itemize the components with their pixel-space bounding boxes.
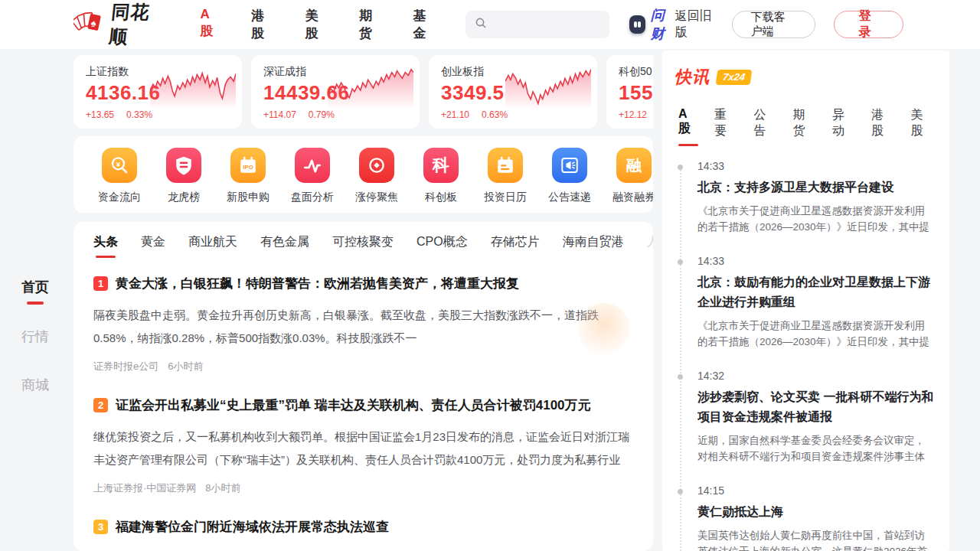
news-tab-cpo[interactable]: CPO概念 [416,234,468,258]
flash-tabs: A股 重要 公告 期货 异动 港股 美股 [678,107,934,146]
news-tab-headlines[interactable]: 头条 [93,234,118,258]
flash-tab-us[interactable]: 美股 [911,107,934,146]
flash-tab-important[interactable]: 重要 [714,107,737,146]
news-tab-clipped[interactable]: 人 [647,234,653,258]
news-item: 1 黄金大涨，白银狂飙！特朗普警告：欧洲若抛售美资产，将遭重大报复 隔夜美股盘中… [93,275,633,373]
news-title-link[interactable]: 黄金大涨，白银狂飙！特朗普警告：欧洲若抛售美资产，将遭重大报复 [116,275,519,292]
quick-link-star-market[interactable]: 科 科创板 [409,136,473,204]
flash-item-desc: 近期，国家自然科学基金委员会经委务会议审定，对相关科研不端行为和项目资金违规案件… [697,432,934,465]
index-change: +21.10 [441,109,469,120]
news-desc: 继优策投资之后，又一私募机构收到大额罚单。根据中国证监会1月23日发布的消息，证… [93,425,633,471]
sidebar-item-quotes[interactable]: 行情 [0,328,70,346]
flash-tab-futures[interactable]: 期货 [793,107,816,146]
news-item: 2 证监会开出私募业“史上最重”罚单 瑞丰达及关联机构、责任人员合计被罚4100… [93,396,633,495]
news-desc: 隔夜美股盘中走弱。黄金拉升再创历史新高，白银暴涨。截至收盘，美股三大指数涨跌不一… [93,304,633,350]
rank-badge: 3 [93,520,108,534]
quick-link-invest-calendar[interactable]: 投资日历 [473,136,537,204]
svg-text:¥: ¥ [116,160,121,168]
login-button[interactable]: 登录 [834,11,903,38]
index-cards-row: 上证指数 4136.16 +13.65 0.33% 深证成指 14439.66 … [74,55,653,129]
back-to-old-version-link[interactable]: 返回旧版 [675,8,713,41]
news-tab-storage-chip[interactable]: 存储芯片 [491,234,540,258]
wencai-label: 问财 [651,6,675,43]
app-logo[interactable]: ♠ 同花顺 [74,0,158,49]
primary-nav: A股 港股 美股 期货 基金 [201,7,433,42]
sidebar-item-home[interactable]: 首页 [0,278,70,305]
index-name: 科创50 [619,65,653,79]
flash-item-desc: 美国英伟达创始人黄仁勋再度前往中国，首站到访英伟达位于上海的新办公室。这是黄仁勋… [697,527,934,551]
flash-tab-announcement[interactable]: 公告 [753,107,776,146]
download-client-button[interactable]: 下载客户端 [732,11,815,38]
flash-item-title-link[interactable]: 黄仁勋抵达上海 [697,502,934,522]
news-time: 6小时前 [168,360,203,373]
sparkline-chart [505,64,591,110]
news-desc: 中国海警局东海分局新闻发言人朱安庆表示，1月24日，福建海警位金门附近海域依法开… [93,547,633,551]
index-card-shenzhen[interactable]: 深证成指 14439.66 +114.07 0.79% [251,55,420,129]
flash-title: 快讯 [675,66,710,89]
flash-item-desc: 《北京市关于促进商业卫星遥感数据资源开发利用的若干措施（2026—2030年）》… [697,203,934,235]
news-list: 1 黄金大涨，白银狂飙！特朗普警告：欧洲若抛售美资产，将遭重大报复 隔夜美股盘中… [93,275,633,551]
flash-7x24-badge: 7x24 [716,70,753,85]
top-header: ♠ 同花顺 A股 港股 美股 期货 基金 问财 返回旧版 下载客户端 登录 [0,0,980,49]
index-change: +12.12 [619,109,647,120]
flash-item-title-link[interactable]: 涉抄袭剽窃、论文买卖 一批科研不端行为和项目资金违规案件被通报 [697,387,934,427]
ke-character-icon: 科 [423,148,459,183]
nav-a-share[interactable]: A股 [201,7,218,42]
index-card-shanghai[interactable]: 上证指数 4136.16 +13.65 0.33% [74,55,242,129]
search-box[interactable] [466,11,609,38]
megaphone-icon [552,148,587,183]
index-pct: 0.63% [482,109,508,120]
quick-link-margin-trading[interactable]: 融 融资融券 [602,136,653,204]
news-tab-hainan[interactable]: 海南自贸港 [563,234,624,258]
flash-item-title-link[interactable]: 北京：鼓励有能力的企业对卫星数据上下游企业进行并购重组 [697,272,934,312]
nav-hk[interactable]: 港股 [251,7,271,42]
timeline-dot-icon [678,259,683,265]
news-title-link[interactable]: 证监会开出私募业“史上最重”罚单 瑞丰达及关联机构、责任人员合计被罚4100万元 [116,396,591,414]
flash-time: 14:15 [697,484,934,497]
nav-futures[interactable]: 期货 [359,7,379,42]
yuan-magnifier-icon: ¥ [102,148,137,183]
news-title-link[interactable]: 福建海警位金门附近海域依法开展常态执法巡查 [116,518,389,536]
quick-link-dragon-tiger-list[interactable]: 龙虎榜 [152,136,216,204]
flash-tab-movement[interactable]: 异动 [832,107,855,146]
news-tab-space[interactable]: 商业航天 [188,234,237,258]
news-tab-fusion[interactable]: 可控核聚变 [332,234,394,258]
quick-link-announcements[interactable]: 公告速递 [537,136,602,204]
nav-us[interactable]: 美股 [305,7,325,42]
flash-tab-a-share[interactable]: A股 [678,107,698,146]
flash-item: 14:33 北京：鼓励有能力的企业对卫星数据上下游企业进行并购重组 《北京市关于… [675,255,934,350]
sparkline-chart [150,64,236,110]
svg-text:IPO: IPO [243,164,253,171]
index-change: +13.65 [86,109,114,120]
index-card-star50[interactable]: 科创50 1553 +12.12 [606,55,653,129]
flash-time: 14:32 [697,370,934,382]
rank-badge: 2 [93,398,108,412]
index-pct: 0.33% [126,109,152,120]
quick-link-market-analysis[interactable]: 盘面分析 [280,136,345,204]
news-tab-gold[interactable]: 黄金 [141,234,165,258]
shield-icon [166,148,201,183]
index-change: +114.07 [263,109,296,120]
index-card-chinext[interactable]: 创业板指 3349.5 +21.10 0.63% [429,55,597,129]
flash-item-desc: 《北京市关于促进商业卫星遥感数据资源开发利用的若干措施（2026—2030年）》… [697,318,934,350]
flash-item: 14:33 北京：支持多源卫星大数据平台建设 《北京市关于促进商业卫星遥感数据资… [675,160,934,235]
flash-item: 14:15 黄仁勋抵达上海 美国英伟达创始人黄仁勋再度前往中国，首站到访英伟达位… [675,484,934,551]
search-input[interactable] [493,18,600,31]
ipo-calendar-icon: IPO [230,148,266,183]
flash-news-panel: 快讯 7x24 A股 重要 公告 期货 异动 港股 美股 14:33 北京：支持… [662,51,949,551]
quick-link-ipo[interactable]: IPO 新股申购 [216,136,280,204]
flash-tab-hk[interactable]: 港股 [871,107,894,146]
nav-funds[interactable]: 基金 [413,7,433,42]
news-item: 3 福建海警位金门附近海域依法开展常态执法巡查 中国海警局东海分局新闻发言人朱安… [93,518,633,551]
target-icon [359,148,394,183]
flash-item-title-link[interactable]: 北京：支持多源卫星大数据平台建设 [697,178,934,197]
quick-link-limit-up-focus[interactable]: 涨停聚焦 [345,136,409,204]
rong-character-icon: 融 [616,148,652,183]
flash-time: 14:33 [697,160,934,172]
quick-link-money-flow[interactable]: ¥ 资金流向 [87,136,152,204]
pulse-chart-icon [295,148,330,183]
index-value: 1553 [619,81,653,105]
news-tab-nonferrous[interactable]: 有色金属 [260,234,309,258]
wencai-entry[interactable]: 问财 [629,6,675,43]
sidebar-item-mall[interactable]: 商城 [0,376,70,394]
